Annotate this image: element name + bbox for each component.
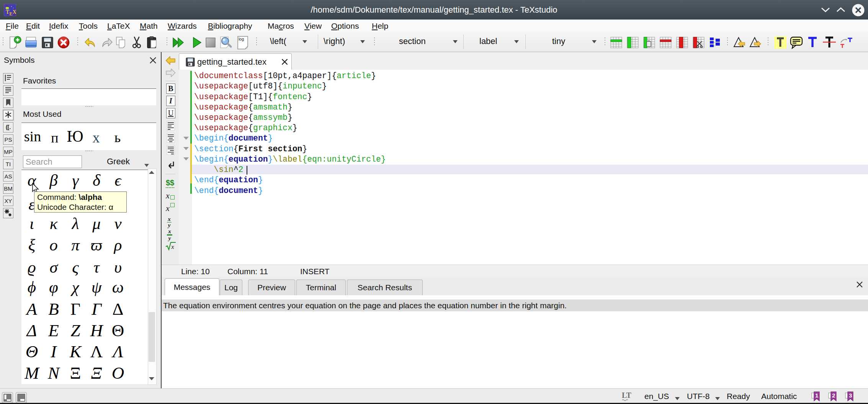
- svg-text:3: 3: [849, 392, 852, 399]
- svg-text:1: 1: [815, 392, 818, 399]
- svg-text:LT: LT: [622, 391, 632, 399]
- svg-text:x: x: [171, 243, 174, 250]
- svg-text:2: 2: [832, 392, 835, 399]
- svg-text:log: log: [239, 37, 244, 41]
